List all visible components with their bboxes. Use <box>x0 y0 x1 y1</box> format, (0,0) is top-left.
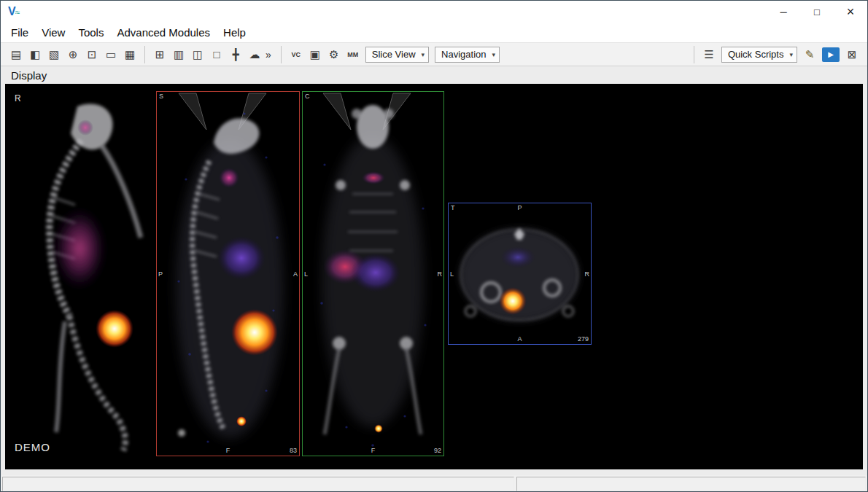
sagittal-left-label: P <box>158 270 163 277</box>
screen-capture-icon[interactable]: ▣ <box>306 46 324 63</box>
main-toolbar: ▤ ◧ ▧ ⊕ ⊡ ▭ ▦ ⊞ ▥ ◫ □ ╋ ☁ » VC ▣ ⚙ MM Sl… <box>1 42 867 66</box>
edit-script-icon[interactable]: ✎ <box>801 46 818 63</box>
registration-icon[interactable]: ⊕ <box>64 46 82 63</box>
chevron-down-icon: ▾ <box>422 51 425 58</box>
axial-corner-label: T <box>451 205 455 211</box>
axial-slice-number: 279 <box>578 336 589 343</box>
axial-top-label: P <box>517 205 522 211</box>
slice-view-select-value: Slice View <box>372 49 416 60</box>
script-list-icon[interactable]: ☰ <box>700 46 718 63</box>
display-panel: Display <box>1 66 867 475</box>
sagittal-right-label: A <box>293 270 298 277</box>
minimize-button[interactable]: ─ <box>767 1 800 23</box>
cloud-icon[interactable]: ☁ <box>246 46 263 63</box>
mip-orientation-label: R <box>15 94 21 103</box>
menu-file[interactable]: File <box>4 24 35 41</box>
mip-render <box>8 88 154 458</box>
export-icon[interactable]: ⊡ <box>83 46 101 63</box>
app-window: V ≈ ─ □ × File View Tools Advanced Modul… <box>0 0 868 492</box>
menu-help[interactable]: Help <box>217 24 252 41</box>
viewport-sagittal[interactable]: S P A F 83 <box>156 91 300 456</box>
axial-render <box>449 203 591 344</box>
coronal-left-label: L <box>304 270 308 277</box>
menu-view[interactable]: View <box>35 24 71 41</box>
mixed-layout-icon[interactable]: ◫ <box>189 46 206 63</box>
toolbar-separator <box>144 46 145 63</box>
quick-scripts-select-value: Quick Scripts <box>728 49 784 60</box>
coronal-render <box>303 92 443 456</box>
menu-tools[interactable]: Tools <box>71 24 110 41</box>
logo-wave-icon: ≈ <box>15 7 20 17</box>
slice-view-select[interactable]: Slice View ▾ <box>365 47 429 63</box>
sagittal-render <box>157 92 299 456</box>
coronal-right-label: R <box>438 270 443 277</box>
navigation-select[interactable]: Navigation ▾ <box>435 47 500 63</box>
menu-bar: File View Tools Advanced Modules Help <box>1 23 867 42</box>
toolbar-separator <box>694 46 694 63</box>
axial-bottom-label: A <box>517 336 522 343</box>
movie-icon[interactable]: ▦ <box>121 46 139 63</box>
quick-scripts-select[interactable]: Quick Scripts ▾ <box>721 47 797 63</box>
data-browser-icon[interactable]: ▤ <box>7 46 25 63</box>
viewport-mip[interactable]: R DEMO <box>8 88 154 458</box>
close-button[interactable]: × <box>834 1 867 23</box>
viewport-axial[interactable]: T P L R A 279 <box>448 203 592 345</box>
menu-advanced-modules[interactable]: Advanced Modules <box>110 24 217 41</box>
display-panel-title: Display <box>5 66 863 84</box>
window-controls: ─ □ × <box>767 1 867 23</box>
chevron-down-icon: ▾ <box>789 51 793 58</box>
demo-watermark: DEMO <box>15 442 50 453</box>
title-bar: V ≈ ─ □ × <box>1 1 867 23</box>
grid-2x2-layout-icon[interactable]: ⊞ <box>151 46 168 63</box>
coronal-bottom-label: F <box>371 448 376 454</box>
viewport-coronal[interactable]: C L R F 92 <box>302 91 444 456</box>
axial-right-label: R <box>585 270 590 277</box>
measure-mm-icon[interactable]: MM <box>344 46 362 63</box>
toolbar-overflow-icon[interactable]: » <box>266 49 271 60</box>
viewer-canvas: R DEMO <box>5 84 863 469</box>
status-bar <box>1 475 867 492</box>
coronal-top-label: C <box>305 93 310 100</box>
navigation-select-value: Navigation <box>441 49 486 60</box>
toolbar-separator <box>281 46 282 63</box>
sagittal-top-label: S <box>159 93 163 100</box>
settings-gear-icon[interactable]: ⚙ <box>325 46 343 63</box>
coronal-slice-number: 92 <box>434 448 441 454</box>
column-layout-icon[interactable]: ▥ <box>170 46 187 63</box>
sagittal-bottom-label: F <box>226 448 230 454</box>
crosshair-tool-icon[interactable]: ╋ <box>227 46 244 63</box>
app-logo-icon: V ≈ <box>8 5 20 18</box>
sagittal-slice-number: 83 <box>290 448 297 454</box>
status-panel-left <box>2 477 514 491</box>
run-script-icon[interactable]: ▶ <box>822 47 840 62</box>
layers-icon[interactable]: ◧ <box>26 46 44 63</box>
single-view-layout-icon[interactable]: □ <box>208 46 225 63</box>
axial-left-label: L <box>450 270 454 277</box>
annotation-icon[interactable]: ▭ <box>102 46 120 63</box>
vc-tool-icon[interactable]: VC <box>287 46 305 63</box>
script-manager-icon[interactable]: ⊠ <box>843 46 861 63</box>
mesh-icon[interactable]: ▧ <box>45 46 63 63</box>
chevron-down-icon: ▾ <box>492 51 496 58</box>
maximize-button[interactable]: □ <box>800 1 834 23</box>
status-panel-right <box>516 477 866 491</box>
